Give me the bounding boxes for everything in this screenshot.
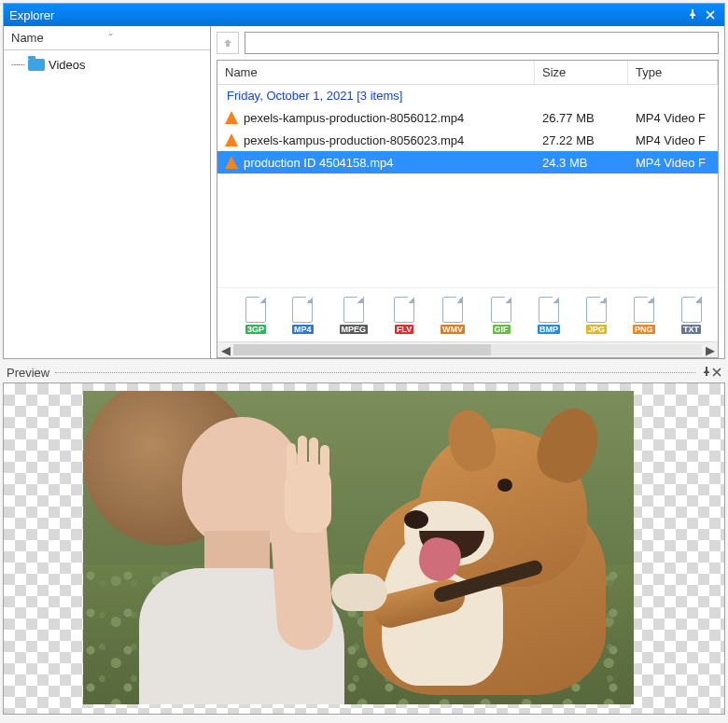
format-flv[interactable]: FLV (394, 297, 414, 334)
file-type-icon (245, 297, 266, 323)
format-mpeg[interactable]: MPEG (340, 297, 369, 334)
nav-row (217, 32, 719, 54)
tree-item-label: Videos (49, 58, 86, 72)
file-type-cell: MP4 Video F (628, 133, 718, 147)
tree-pane: Name ⌄ ┄┄ Videos (4, 26, 211, 358)
table-row[interactable]: production ID 4504158.mp424.3 MBMP4 Vide… (217, 151, 718, 174)
format-mp4[interactable]: MP4 (292, 297, 314, 334)
format-label: JPG (586, 325, 607, 334)
group-header[interactable]: Friday, October 1, 2021 [3 items] (217, 85, 718, 106)
pin-icon[interactable] (683, 8, 702, 22)
format-jpg[interactable]: JPG (586, 297, 607, 334)
file-type-icon (442, 297, 463, 323)
preview-thumbnail (83, 391, 634, 704)
format-label: TXT (681, 325, 701, 334)
file-type-icon (586, 297, 607, 323)
explorer-titlebar[interactable]: Explorer (4, 4, 724, 26)
scroll-thumb[interactable] (233, 344, 491, 355)
format-bmp[interactable]: BMP (538, 297, 560, 334)
video-file-icon (225, 156, 238, 169)
preview-titlebar: Preview (3, 362, 725, 382)
format-label: BMP (538, 325, 560, 334)
tree-item-videos[interactable]: ┄┄ Videos (7, 56, 206, 74)
format-png[interactable]: PNG (633, 297, 655, 334)
file-name-cell: pexels-kampus-production-8056012.mp4 (217, 111, 535, 125)
format-wmv[interactable]: WMV (441, 297, 465, 334)
format-label: GIF (493, 325, 511, 334)
file-size-cell: 24.3 MB (535, 156, 628, 170)
folder-icon (28, 59, 45, 71)
column-headers: Name Size Type (217, 61, 718, 85)
file-type-icon (343, 297, 364, 323)
file-name-cell: pexels-kampus-production-8056023.mp4 (217, 133, 535, 147)
tree-column-header[interactable]: Name ⌄ (4, 26, 210, 50)
sort-indicator-icon: ⌄ (107, 28, 115, 37)
scroll-track[interactable] (233, 344, 702, 355)
format-row: 3GPMP4MPEGFLVWMVGIFBMPJPGPNGTXT (217, 287, 718, 341)
file-type-cell: MP4 Video F (628, 111, 718, 125)
file-rows: pexels-kampus-production-8056012.mp426.7… (217, 106, 718, 287)
format-3gp[interactable]: 3GP (245, 297, 266, 334)
preview-title-divider (55, 372, 695, 373)
format-label: MP4 (292, 325, 314, 334)
file-type-icon (539, 297, 559, 323)
format-label: 3GP (245, 325, 266, 334)
file-name-cell: production ID 4504158.mp4 (217, 156, 535, 170)
tree-connector-icon: ┄┄ (11, 58, 24, 72)
file-size-cell: 27.22 MB (535, 133, 628, 147)
format-label: MPEG (340, 325, 369, 334)
col-size[interactable]: Size (535, 61, 628, 84)
file-type-icon (394, 297, 414, 323)
tree-body: ┄┄ Videos (4, 50, 210, 358)
scroll-right-icon[interactable]: ▶ (702, 342, 718, 358)
file-type-icon (634, 297, 654, 323)
file-pane: Name Size Type Friday, October 1, 2021 [… (211, 26, 724, 358)
format-label: WMV (441, 325, 465, 334)
video-file-icon (225, 133, 238, 146)
table-row[interactable]: pexels-kampus-production-8056023.mp427.2… (217, 129, 718, 151)
preview-pin-icon[interactable] (701, 366, 712, 380)
preview-panel: Preview (3, 362, 725, 715)
format-gif[interactable]: GIF (491, 297, 511, 334)
explorer-title: Explorer (9, 8, 683, 22)
format-label: PNG (633, 325, 655, 334)
col-name[interactable]: Name (217, 61, 535, 84)
horizontal-scrollbar[interactable]: ◀ ▶ (217, 341, 718, 357)
col-type[interactable]: Type (628, 61, 718, 84)
format-label: FLV (395, 325, 413, 334)
table-row[interactable]: pexels-kampus-production-8056012.mp426.7… (217, 106, 718, 129)
file-size-cell: 26.77 MB (535, 111, 628, 125)
preview-area (3, 382, 725, 715)
explorer-panel: Explorer Name ⌄ ┄┄ Videos (3, 3, 725, 359)
file-type-icon (681, 297, 702, 323)
file-type-cell: MP4 Video F (628, 156, 718, 170)
preview-close-icon[interactable] (712, 366, 721, 380)
video-file-icon (225, 111, 238, 124)
file-type-icon (292, 297, 313, 323)
format-txt[interactable]: TXT (681, 297, 702, 334)
up-button[interactable] (217, 32, 239, 54)
path-input[interactable] (245, 32, 719, 54)
preview-title: Preview (7, 366, 49, 380)
file-list: Name Size Type Friday, October 1, 2021 [… (217, 60, 719, 358)
close-icon[interactable] (702, 8, 719, 22)
scroll-left-icon[interactable]: ◀ (217, 342, 233, 358)
tree-header-label: Name (11, 31, 44, 45)
file-type-icon (491, 297, 511, 323)
